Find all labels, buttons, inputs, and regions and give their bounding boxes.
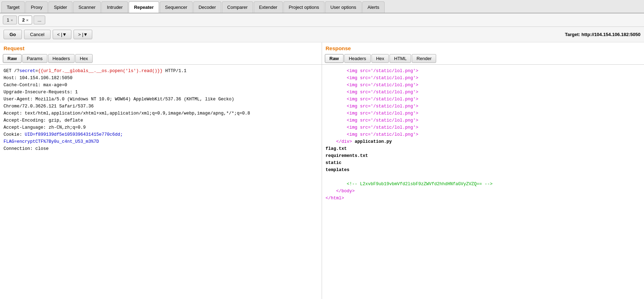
req-flag-line: FLAG=encryptCTF%7By0u_c4nt_U53_m3%7D <box>4 139 99 144</box>
resp-static: static <box>326 159 640 166</box>
equals-sign: = <box>35 69 38 74</box>
response-content[interactable]: <img src='/static/lol.png'> <img src='/s… <box>322 65 644 299</box>
resp-img-2: <img src='/static/lol.png'> <box>326 75 640 82</box>
target-label: Target: http://104.154.106.182:5050 <box>565 32 640 37</box>
request-tab-hex[interactable]: Hex <box>75 54 93 63</box>
resp-img-8: <img src='/static/lol.png'> <box>326 117 640 124</box>
repeater-tab-2[interactable]: 2 × <box>18 16 33 24</box>
response-tab-hex[interactable]: Hex <box>371 54 389 63</box>
request-title: Request <box>0 42 322 53</box>
resp-img-9: <img src='/static/lol.png'> <box>326 124 640 131</box>
resp-html-close: </html> <box>326 195 640 202</box>
resp-body-close: </body> <box>326 188 640 195</box>
go-button[interactable]: Go <box>4 30 22 39</box>
req-upgrade: Upgrade-Insecure-Requests: 1 <box>4 89 318 96</box>
req-connection: Connection: close <box>4 145 318 152</box>
response-title: Response <box>322 42 644 53</box>
req-cache-control: Cache-Control: max-age=0 <box>4 82 318 89</box>
get-method: GET /? <box>4 69 19 74</box>
response-panel: Response Raw Headers Hex HTML Render <im… <box>322 42 644 299</box>
resp-comment: <!-- L2xvbF9ub19vbmVfd2lsbF9zZWVfd2hhdHN… <box>326 181 640 188</box>
cancel-button[interactable]: Cancel <box>24 30 50 39</box>
req-user-agent: User-Agent: Mozilla/5.0 (Windows NT 10.0… <box>4 96 318 103</box>
resp-templates: templates <box>326 166 640 174</box>
resp-img-4: <img src='/static/lol.png'> <box>326 89 640 96</box>
repeater-tab-1[interactable]: 1 × <box>3 16 17 24</box>
repeater-tab-...[interactable]: ... <box>34 16 45 24</box>
nav-tab-spider[interactable]: Spider <box>48 1 72 13</box>
req-accept-encoding: Accept-Encoding: gzip, deflate <box>4 117 318 124</box>
resp-requirements: requirements.txt <box>326 152 640 159</box>
request-tab-raw[interactable]: Raw <box>3 54 22 63</box>
forward-button[interactable]: > |▼ <box>74 30 92 39</box>
close-icon[interactable]: × <box>26 18 28 22</box>
resp-flag-txt: flag.txt <box>326 145 640 152</box>
req-accept-language: Accept-Language: zh-CN,zh;q=0.9 <box>4 124 318 131</box>
http-version: HTTP/1.1 <box>163 69 187 74</box>
resp-img-3: <img src='/static/lol.png'> <box>326 82 640 89</box>
request-tab-headers[interactable]: Headers <box>48 54 75 63</box>
response-tab-raw[interactable]: Raw <box>325 54 344 63</box>
nav-tab-decoder[interactable]: Decoder <box>193 1 221 13</box>
nav-tab-intruder[interactable]: Intruder <box>101 1 128 13</box>
resp-img-1: <img src='/static/lol.png'> <box>326 68 640 75</box>
close-icon[interactable]: × <box>11 18 13 22</box>
main-content: Request Raw Params Headers Hex GET /?sec… <box>0 42 644 299</box>
req-chrome: Chrome/72.0.3626.121 Safari/537.36 <box>4 103 318 110</box>
request-content[interactable]: GET /?secret={{url_for.__globals__.__os.… <box>0 65 322 299</box>
nav-tab-project-options[interactable]: Project options <box>283 1 324 13</box>
response-sub-tabs: Raw Headers Hex HTML Render <box>322 53 644 65</box>
req-cookie: Cookie: UID=f899139df5e1059396431415e770… <box>4 131 318 145</box>
resp-img-6: <img src='/static/lol.png'> <box>326 103 640 110</box>
resp-img-5: <img src='/static/lol.png'> <box>326 96 640 103</box>
nav-tab-extender[interactable]: Extender <box>254 1 283 13</box>
repeater-tabs: 1 ×2 ×... <box>0 13 644 27</box>
req-accept: Accept: text/html,application/xhtml+xml,… <box>4 110 318 117</box>
nav-tab-proxy[interactable]: Proxy <box>25 1 48 13</box>
request-tab-params[interactable]: Params <box>22 54 47 63</box>
req-host: Host: 104.154.106.182:5050 <box>4 75 318 82</box>
back-button[interactable]: < |▼ <box>53 30 71 39</box>
top-nav: TargetProxySpiderScannerIntruderRepeater… <box>0 0 644 13</box>
ssti-payload: {{url_for.__globals__.__os.popen('ls').r… <box>38 69 163 74</box>
nav-tab-comparer[interactable]: Comparer <box>222 1 253 13</box>
resp-div-close: </div> application.py <box>326 138 640 145</box>
nav-tab-user-options[interactable]: User options <box>325 1 362 13</box>
request-panel: Request Raw Params Headers Hex GET /?sec… <box>0 42 322 299</box>
request-sub-tabs: Raw Params Headers Hex <box>0 53 322 65</box>
nav-tab-repeater[interactable]: Repeater <box>129 1 159 13</box>
secret-key: secret <box>19 69 35 74</box>
response-tab-render[interactable]: Render <box>412 54 436 63</box>
nav-tab-sequencer[interactable]: Sequencer <box>160 1 193 13</box>
nav-tab-target[interactable]: Target <box>1 1 25 13</box>
resp-img-7: <img src='/static/lol.png'> <box>326 110 640 117</box>
nav-tab-alerts[interactable]: Alerts <box>362 1 385 13</box>
nav-tab-scanner[interactable]: Scanner <box>73 1 101 13</box>
response-tab-headers[interactable]: Headers <box>344 54 371 63</box>
resp-img-10: <img src='/static/lol.png'> <box>326 131 640 138</box>
toolbar: Go Cancel < |▼ > |▼ Target: http://104.1… <box>0 27 644 42</box>
response-tab-html[interactable]: HTML <box>390 54 411 63</box>
request-line-get: GET /?secret={{url_for.__globals__.__os.… <box>4 68 318 75</box>
